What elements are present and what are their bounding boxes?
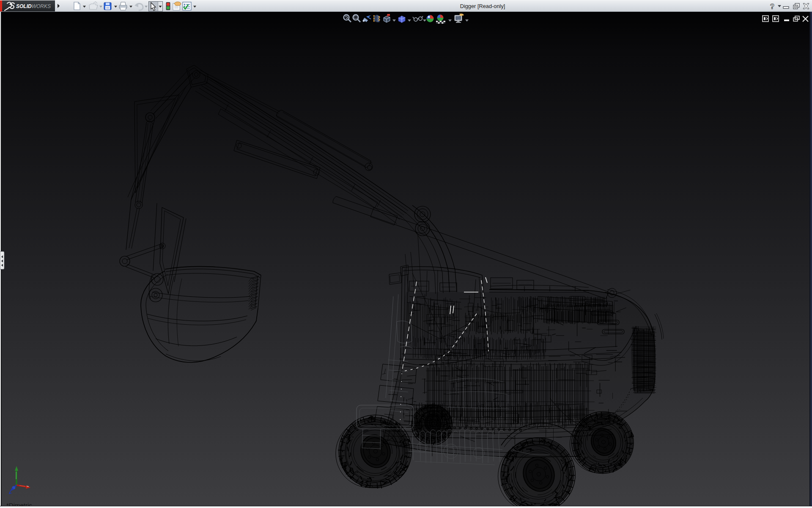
svg-text:SOLIDWORKS: SOLIDWORKS <box>16 3 51 9</box>
svg-text:Digger [Read-only]: Digger [Read-only] <box>460 3 505 9</box>
svg-text:?: ? <box>770 3 774 11</box>
